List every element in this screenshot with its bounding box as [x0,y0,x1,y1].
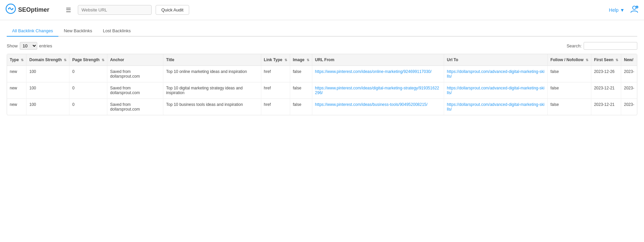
show-entries-control: Show 10 25 50 100 entries [7,42,52,50]
quick-audit-button[interactable]: Quick Audit [156,5,189,15]
help-label: Help [609,7,619,13]
main-content: All Backlink Changes New Backlinks Lost … [0,20,644,121]
show-label: Show [7,43,18,48]
tab-all-backlink-changes[interactable]: All Backlink Changes [7,26,58,37]
col-follow[interactable]: Follow / Nofollow ⇅ [547,54,591,66]
cell-page-strength: 0 [69,82,107,99]
col-image[interactable]: Image ⇅ [290,54,312,66]
cell-link-type: href [261,99,290,115]
tab-lost-backlinks[interactable]: Lost Backlinks [98,26,136,37]
cell-url-to[interactable]: https://dollarsprout.com/advanced-digita… [444,66,548,82]
cell-new: 2023- [621,82,637,99]
col-type[interactable]: Type ⇅ [7,54,26,66]
logo-area: SEOptimer [5,3,59,16]
cell-title: Top 10 digital marketing strategy ideas … [163,82,261,99]
cell-follow: false [547,66,591,82]
cell-anchor: Saved from dollarsprout.com [107,82,163,99]
cell-first-seen: 2023-12-21 [591,82,621,99]
table-row: new1000Saved from dollarsprout.comTop 10… [7,82,637,99]
search-label: Search: [567,43,582,48]
sort-icon-type: ⇅ [21,58,23,62]
seoptimer-logo-icon [5,3,16,16]
cell-title: Top 10 business tools ideas and inspirat… [163,99,261,115]
cell-follow: false [547,99,591,115]
col-anchor: Anchor [107,54,163,66]
website-url-input[interactable] [78,5,152,15]
sort-icon-page: ⇅ [102,58,104,62]
svg-text:+: + [636,6,638,8]
cell-url-to[interactable]: https://dollarsprout.com/advanced-digita… [444,99,548,115]
cell-domain-strength: 100 [26,66,69,82]
hamburger-button[interactable]: ☰ [63,5,74,15]
search-area: Search: [567,42,637,50]
tabs-bar: All Backlink Changes New Backlinks Lost … [7,26,637,37]
user-icon[interactable]: + [630,5,639,15]
col-title: Title [163,54,261,66]
backlinks-table-wrapper: Type ⇅ Domain Strength ⇅ Page Strength ⇅… [7,54,637,115]
cell-link-type: href [261,66,290,82]
col-first-seen[interactable]: First Seen ⇅ [591,54,621,66]
cell-first-seen: 2023-12-21 [591,99,621,115]
cell-page-strength: 0 [69,66,107,82]
sort-icon-first-seen: ⇅ [615,58,618,62]
cell-url-from[interactable]: https://www.pinterest.com/ideas/online-m… [312,66,444,82]
cell-image: false [290,99,312,115]
col-page-strength[interactable]: Page Strength ⇅ [69,54,107,66]
svg-point-1 [8,8,9,9]
col-link-type[interactable]: Link Type ⇅ [261,54,290,66]
cell-new: 2023- [621,66,637,82]
cell-anchor: Saved from dollarsprout.com [107,99,163,115]
col-domain-strength[interactable]: Domain Strength ⇅ [26,54,69,66]
controls-row: Show 10 25 50 100 entries Search: [7,42,637,50]
help-dropdown-icon: ▼ [620,7,625,13]
help-button[interactable]: Help ▼ [609,7,625,13]
cell-type: new [7,66,26,82]
cell-url-from[interactable]: https://www.pinterest.com/ideas/digital-… [312,82,444,99]
cell-domain-strength: 100 [26,99,69,115]
sort-icon-follow: ⇅ [586,58,588,62]
table-row: new1000Saved from dollarsprout.comTop 10… [7,99,637,115]
cell-type: new [7,82,26,99]
sort-icon-link-type: ⇅ [284,58,287,62]
cell-url-to[interactable]: https://dollarsprout.com/advanced-digita… [444,82,548,99]
cell-type: new [7,99,26,115]
sort-icon-image: ⇅ [307,58,309,62]
cell-new: 2023- [621,99,637,115]
cell-link-type: href [261,82,290,99]
tab-new-backlinks[interactable]: New Backlinks [58,26,98,37]
cell-title: Top 10 online marketing ideas and inspir… [163,66,261,82]
svg-point-2 [12,8,13,9]
cell-first-seen: 2023-12-26 [591,66,621,82]
cell-anchor: Saved from dollarsprout.com [107,66,163,82]
svg-point-3 [633,6,636,9]
logo-text: SEOptimer [18,6,49,13]
header: SEOptimer ☰ Quick Audit Help ▼ + [0,0,644,20]
cell-domain-strength: 100 [26,82,69,99]
cell-image: false [290,66,312,82]
table-header-row: Type ⇅ Domain Strength ⇅ Page Strength ⇅… [7,54,637,66]
col-new: New/ [621,54,637,66]
header-right: Help ▼ + [609,5,639,15]
search-input[interactable] [584,42,637,50]
cell-image: false [290,82,312,99]
cell-follow: false [547,82,591,99]
col-url-from: URL From [312,54,444,66]
entries-label: entries [39,43,52,48]
cell-page-strength: 0 [69,99,107,115]
entries-select[interactable]: 10 25 50 100 [20,42,37,50]
cell-url-from[interactable]: https://www.pinterest.com/ideas/business… [312,99,444,115]
col-url-to: Url To [444,54,548,66]
backlinks-table: Type ⇅ Domain Strength ⇅ Page Strength ⇅… [7,54,637,115]
table-row: new1000Saved from dollarsprout.comTop 10… [7,66,637,82]
sort-icon-domain: ⇅ [64,58,66,62]
